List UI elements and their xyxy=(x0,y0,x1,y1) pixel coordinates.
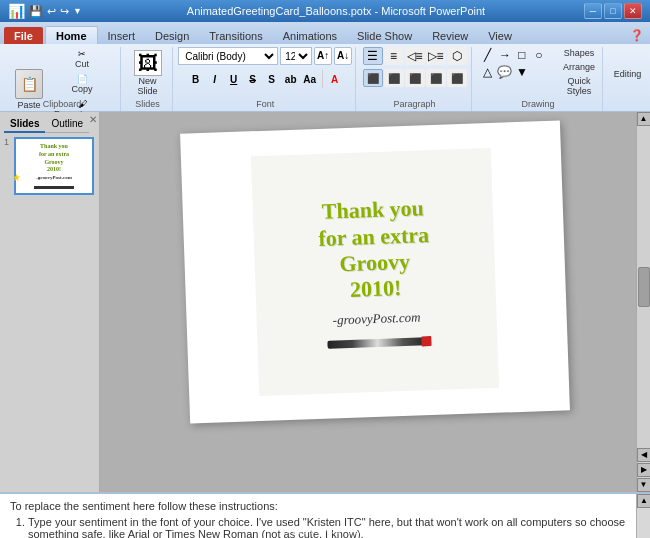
slide-thumb-text: Thank youfor an extraGroovy2010!-groovyP… xyxy=(36,143,72,182)
oval-shape[interactable]: ○ xyxy=(531,47,547,63)
font-group-label: Font xyxy=(175,99,355,109)
arrow-shape[interactable]: → xyxy=(497,47,513,63)
slide-star-icon: ★ xyxy=(12,172,21,183)
tab-home[interactable]: Home xyxy=(45,26,98,44)
tab-file[interactable]: File xyxy=(4,27,43,44)
new-slide-label: NewSlide xyxy=(138,76,158,96)
shapes-arrange-button[interactable]: Shapes xyxy=(562,47,596,59)
customize-qa-icon[interactable]: ▼ xyxy=(73,6,82,16)
tab-insert[interactable]: Insert xyxy=(98,27,146,44)
copy-icon: 📄 xyxy=(77,74,88,84)
smartart-button[interactable]: ⬡ xyxy=(447,47,467,65)
change-case-button[interactable]: Aa xyxy=(301,70,319,88)
decrease-font-button[interactable]: A↓ xyxy=(334,47,352,65)
ribbon-tab-bar: File Home Insert Design Transitions Anim… xyxy=(0,22,650,44)
shadow-button[interactable]: S xyxy=(263,70,281,88)
redo-icon-qa[interactable]: ↪ xyxy=(60,5,69,18)
scroll-up-button[interactable]: ▲ xyxy=(637,112,651,126)
main-area: Slides Outline ✕ 1 Thank youfor an extra… xyxy=(0,112,650,492)
tab-animations[interactable]: Animations xyxy=(273,27,347,44)
minimize-button[interactable]: ─ xyxy=(584,3,602,19)
columns-button[interactable]: ⬛ xyxy=(447,69,467,87)
font-size-select[interactable]: 12 10 14 18 24 xyxy=(280,47,312,65)
pen-decoration xyxy=(327,337,427,348)
triangle-shape[interactable]: △ xyxy=(480,64,496,80)
app-icon: 📊 xyxy=(8,3,25,19)
cut-button[interactable]: ✂ Cut xyxy=(50,47,114,71)
slide-canvas[interactable]: Thank you for an extra Groovy 2010! -gro… xyxy=(180,120,570,423)
editing-buttons: Editing xyxy=(611,64,645,80)
slide-number: 1 xyxy=(4,137,9,147)
drawing-group: ╱ → □ ○ △ 💬 ▼ Shapes Arrange QuickStyles… xyxy=(474,47,603,111)
slides-group: 🖼 NewSlide Slides xyxy=(123,47,173,111)
numbering-button[interactable]: ≡ xyxy=(384,47,404,65)
copy-button[interactable]: 📄 Copy xyxy=(50,72,114,96)
paste-icon: 📋 xyxy=(15,69,43,99)
tab-view[interactable]: View xyxy=(478,27,522,44)
tab-review[interactable]: Review xyxy=(422,27,478,44)
drawing-group-label: Drawing xyxy=(474,99,602,109)
slide-content: Thank you for an extra Groovy 2010! -gro… xyxy=(251,148,499,396)
cut-icon: ✂ xyxy=(78,49,86,59)
notes-scroll-up[interactable]: ▲ xyxy=(637,494,650,508)
slide-text: Thank you for an extra Groovy 2010! xyxy=(317,195,431,304)
bold-button[interactable]: B xyxy=(187,70,205,88)
font-group: Calibri (Body) Arial Times New Roman 12 … xyxy=(175,47,356,111)
strikethrough-button[interactable]: S xyxy=(244,70,262,88)
help-button[interactable]: ❓ xyxy=(624,27,650,44)
slides-panel: Slides Outline ✕ 1 Thank youfor an extra… xyxy=(0,112,100,492)
font-color-button[interactable]: A xyxy=(326,70,344,88)
new-slide-button[interactable]: 🖼 NewSlide xyxy=(129,47,167,99)
editing-group: Editing xyxy=(605,47,650,111)
align-center-button[interactable]: ⬛ xyxy=(384,69,404,87)
align-left-button[interactable]: ⬛ xyxy=(363,69,383,87)
new-slide-icon: 🖼 xyxy=(134,50,162,76)
align-right-button[interactable]: ⬛ xyxy=(405,69,425,87)
close-button[interactable]: ✕ xyxy=(624,3,642,19)
callout-shape[interactable]: 💬 xyxy=(497,64,513,80)
scroll-left-small-button[interactable]: ◀ xyxy=(637,448,651,462)
italic-button[interactable]: I xyxy=(206,70,224,88)
scroll-thumb-v[interactable] xyxy=(638,267,650,307)
slide-thumbnail[interactable]: Thank youfor an extraGroovy2010!-groovyP… xyxy=(14,137,94,195)
paragraph-group: ☰ ≡ ◁≡ ▷≡ ⬡ ⬛ ⬛ ⬛ ⬛ ⬛ Paragraph xyxy=(358,47,472,111)
tab-slideshow[interactable]: Slide Show xyxy=(347,27,422,44)
slides-group-label: Slides xyxy=(123,99,172,109)
notes-instruction: To replace the sentiment here follow the… xyxy=(10,500,626,512)
clipboard-group: 📋 Paste ✂ Cut 📄 Copy 🖌 Format Painter Cl… xyxy=(4,47,121,111)
undo-icon-qa[interactable]: ↩ xyxy=(47,5,56,18)
slide-signature: -groovyPost.com xyxy=(332,309,420,328)
increase-font-button[interactable]: A↑ xyxy=(314,47,332,65)
save-icon-qa[interactable]: 💾 xyxy=(29,5,43,18)
canvas-area[interactable]: Thank you for an extra Groovy 2010! -gro… xyxy=(100,112,650,492)
underline-button[interactable]: U xyxy=(225,70,243,88)
decrease-indent-button[interactable]: ◁≡ xyxy=(405,47,425,65)
slides-panel-tabs: Slides Outline xyxy=(4,116,95,133)
slides-tab[interactable]: Slides xyxy=(4,116,45,133)
rect-shape[interactable]: □ xyxy=(514,47,530,63)
increase-indent-button[interactable]: ▷≡ xyxy=(426,47,446,65)
outline-tab[interactable]: Outline xyxy=(45,116,89,133)
slides-panel-close[interactable]: ✕ xyxy=(89,114,97,125)
font-name-select[interactable]: Calibri (Body) Arial Times New Roman xyxy=(178,47,278,65)
window-title: AnimatedGreetingCard_Balloons.potx - Mic… xyxy=(88,5,584,17)
spacing-button[interactable]: ab xyxy=(282,70,300,88)
groovypost-logo: GROOVYPOST.COM xyxy=(282,526,369,536)
tab-transitions[interactable]: Transitions xyxy=(199,27,272,44)
line-shape[interactable]: ╱ xyxy=(480,47,496,63)
canvas-scrollbar-v: ▲ ◀ ▶ ▼ xyxy=(636,112,650,492)
maximize-button[interactable]: □ xyxy=(604,3,622,19)
bullets-button[interactable]: ☰ xyxy=(363,47,383,65)
scroll-right-small-button[interactable]: ▶ xyxy=(637,463,651,477)
more-shapes[interactable]: ▼ xyxy=(514,64,530,80)
arrange-button[interactable]: Arrange xyxy=(562,61,596,73)
editing-label-text: Editing xyxy=(611,68,645,80)
clipboard-label: Clipboard xyxy=(4,99,120,109)
quick-styles-button[interactable]: QuickStyles xyxy=(562,75,596,97)
scroll-down-button[interactable]: ▼ xyxy=(637,478,651,492)
ribbon: 📋 Paste ✂ Cut 📄 Copy 🖌 Format Painter Cl… xyxy=(0,44,650,112)
editing-group-label xyxy=(605,99,650,109)
paragraph-group-label: Paragraph xyxy=(358,99,471,109)
justify-button[interactable]: ⬛ xyxy=(426,69,446,87)
tab-design[interactable]: Design xyxy=(145,27,199,44)
